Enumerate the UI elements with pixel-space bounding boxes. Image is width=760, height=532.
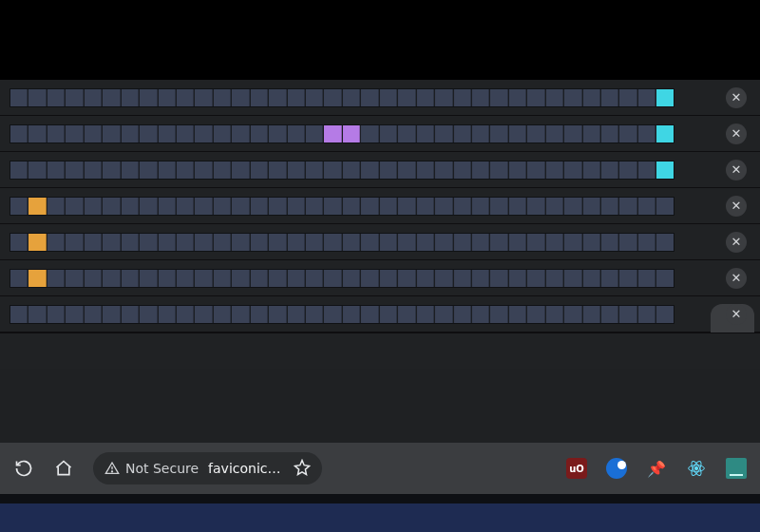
address-bar[interactable]: Not Secure faviconic:8000/pong.ht… (93, 452, 322, 484)
url-text: faviconic:8000/pong.ht… (208, 461, 284, 476)
security-label: Not Secure (125, 461, 199, 476)
tab-close-button[interactable]: ✕ (726, 232, 747, 253)
security-indicator[interactable]: Not Secure (104, 461, 199, 476)
tab-close-button[interactable]: ✕ (726, 124, 747, 144)
tab-favicon (10, 269, 674, 288)
tab-row[interactable]: ✕ (0, 80, 760, 116)
tab-strip: ✕✕✕✕✕✕✕ (0, 80, 760, 443)
tab-row[interactable]: ✕ (0, 224, 760, 260)
home-button[interactable] (53, 458, 74, 479)
tab-row[interactable]: ✕ (0, 116, 760, 152)
svg-point-1 (111, 471, 112, 472)
extension-terminal-icon[interactable] (726, 458, 747, 479)
tab-favicon (10, 161, 674, 180)
extension-ublock-icon[interactable]: uO (566, 458, 587, 479)
page-content (0, 494, 760, 532)
svg-point-2 (694, 466, 697, 469)
bookmark-star-icon[interactable] (294, 459, 311, 479)
tab-favicon (10, 124, 674, 143)
tab-row[interactable]: ✕ (0, 152, 760, 188)
tab-close-button[interactable]: ✕ (726, 87, 747, 108)
tab-close-button[interactable]: ✕ (726, 160, 747, 180)
reload-button[interactable] (13, 458, 34, 479)
tab-favicon (10, 233, 674, 252)
tab-close-button[interactable]: ✕ (726, 196, 747, 217)
extension-onepassword-icon[interactable] (606, 458, 627, 479)
extension-pin-icon[interactable]: 📌 (646, 458, 667, 479)
tab-row[interactable]: ✕ (0, 260, 760, 296)
tab-row[interactable]: ✕ (0, 188, 760, 224)
browser-window: ✕✕✕✕✕✕✕ Not Secure faviconic:8000/pong.h… (0, 80, 760, 532)
tab-close-button[interactable]: ✕ (726, 304, 747, 325)
tab-favicon (10, 88, 674, 107)
tab-row[interactable]: ✕ (0, 296, 760, 332)
browser-toolbar: Not Secure faviconic:8000/pong.ht… uO 📌 (0, 443, 760, 494)
tab-favicon (10, 197, 674, 216)
tab-strip-spacer (0, 332, 760, 369)
extension-react-devtools-icon[interactable] (686, 458, 707, 479)
tab-close-button[interactable]: ✕ (726, 268, 747, 289)
tab-favicon (10, 305, 674, 324)
